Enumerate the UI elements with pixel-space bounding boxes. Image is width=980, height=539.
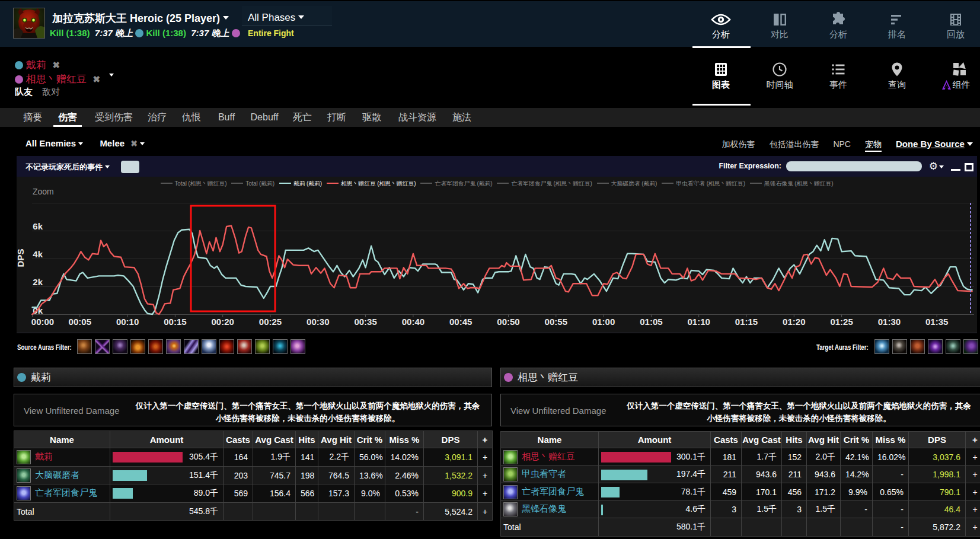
svg-text:00:50: 00:50 bbox=[497, 317, 519, 327]
svg-text:00:00: 00:00 bbox=[31, 317, 54, 327]
svg-text:01:05: 01:05 bbox=[640, 317, 662, 327]
svg-text:01:15: 01:15 bbox=[735, 317, 758, 327]
svg-text:00:40: 00:40 bbox=[402, 317, 424, 327]
svg-text:01:25: 01:25 bbox=[830, 317, 853, 327]
svg-text:00:30: 00:30 bbox=[307, 317, 329, 327]
svg-text:00:20: 00:20 bbox=[212, 317, 234, 327]
svg-text:00:05: 00:05 bbox=[69, 317, 91, 327]
svg-text:2k: 2k bbox=[33, 277, 43, 287]
svg-text:00:10: 00:10 bbox=[116, 317, 139, 327]
svg-text:01:30: 01:30 bbox=[878, 317, 901, 327]
svg-text:DPS: DPS bbox=[17, 249, 25, 267]
svg-text:00:55: 00:55 bbox=[545, 317, 567, 327]
svg-text:01:10: 01:10 bbox=[688, 317, 710, 327]
svg-text:4k: 4k bbox=[33, 249, 43, 259]
svg-text:00:25: 00:25 bbox=[259, 317, 282, 327]
svg-text:00:45: 00:45 bbox=[449, 317, 472, 327]
svg-text:01:00: 01:00 bbox=[592, 317, 615, 327]
svg-text:6k: 6k bbox=[33, 221, 43, 231]
svg-text:01:35: 01:35 bbox=[925, 317, 948, 327]
svg-text:00:15: 00:15 bbox=[164, 317, 186, 327]
svg-text:01:20: 01:20 bbox=[783, 317, 805, 327]
svg-text:00:35: 00:35 bbox=[354, 317, 376, 327]
